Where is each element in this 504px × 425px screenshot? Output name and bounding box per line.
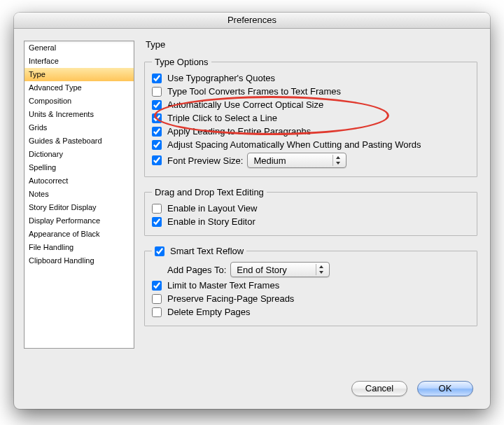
convert-frames-label: Type Tool Converts Frames to Text Frames	[167, 86, 341, 97]
limit-master-label: Limit to Master Text Frames	[167, 280, 279, 291]
layout-view-row[interactable]: Enable in Layout View	[152, 202, 470, 215]
type-panel: Type Type Options Use Typographer's Quot…	[144, 36, 477, 367]
sidebar-item-notes[interactable]: Notes	[24, 188, 134, 201]
smart-reflow-enable-row[interactable]: Smart Text Reflow	[155, 246, 244, 256]
sidebar-item-grids[interactable]: Grids	[24, 121, 134, 134]
font-preview-select[interactable]: Medium	[247, 153, 346, 168]
add-pages-value: End of Story	[237, 265, 287, 275]
sidebar-item-advanced-type[interactable]: Advanced Type	[24, 81, 134, 95]
font-preview-label: Font Preview Size:	[167, 155, 243, 166]
add-pages-row: Add Pages To: End of Story	[152, 260, 470, 279]
story-editor-row[interactable]: Enable in Story Editor	[152, 215, 470, 228]
preferences-window: Preferences GeneralInterfaceTypeAdvanced…	[14, 13, 490, 409]
auto-optical-size-label: Automatically Use Correct Optical Size	[167, 99, 323, 110]
sidebar-item-composition[interactable]: Composition	[24, 95, 134, 108]
typographers-quotes-checkbox[interactable]	[152, 74, 162, 83]
typographers-quotes-label: Use Typographer's Quotes	[167, 73, 275, 83]
preserve-spreads-row[interactable]: Preserve Facing-Page Spreads	[152, 292, 470, 305]
convert-frames-checkbox[interactable]	[152, 87, 162, 97]
drag-drop-group: Drag and Drop Text Editing Enable in Lay…	[144, 187, 477, 236]
adjust-spacing-label: Adjust Spacing Automatically When Cuttin…	[167, 139, 421, 150]
smart-reflow-label: Smart Text Reflow	[170, 246, 244, 256]
window-title: Preferences	[14, 13, 490, 29]
limit-master-row[interactable]: Limit to Master Text Frames	[152, 279, 470, 292]
smart-reflow-group: Smart Text Reflow Add Pages To: End of S…	[144, 246, 477, 326]
leading-paragraphs-row[interactable]: Apply Leading to Entire Paragraphs	[152, 125, 470, 138]
sidebar-item-autocorrect[interactable]: Autocorrect	[24, 174, 134, 188]
layout-view-checkbox[interactable]	[152, 204, 162, 214]
sidebar-item-spelling[interactable]: Spelling	[24, 161, 134, 174]
drag-drop-legend: Drag and Drop Text Editing	[152, 187, 267, 197]
ok-button[interactable]: OK	[417, 381, 473, 396]
sidebar-item-general[interactable]: General	[24, 41, 134, 55]
story-editor-checkbox[interactable]	[152, 217, 162, 227]
preserve-spreads-checkbox[interactable]	[152, 294, 162, 304]
window-content: GeneralInterfaceTypeAdvanced TypeComposi…	[14, 28, 490, 409]
sidebar-item-file-handling[interactable]: File Handling	[24, 241, 134, 254]
smart-reflow-legend: Smart Text Reflow	[152, 246, 246, 256]
triple-click-row[interactable]: Triple Click to Select a Line	[152, 111, 470, 125]
triple-click-checkbox[interactable]	[152, 113, 162, 123]
add-pages-select[interactable]: End of Story	[230, 262, 330, 277]
limit-master-checkbox[interactable]	[152, 281, 162, 291]
font-preview-value: Medium	[253, 155, 286, 166]
delete-empty-label: Delete Empty Pages	[167, 307, 251, 317]
adjust-spacing-row[interactable]: Adjust Spacing Automatically When Cuttin…	[152, 138, 470, 151]
font-preview-row: Font Preview Size: Medium	[152, 151, 470, 169]
sidebar-item-appearance-of-black[interactable]: Appearance of Black	[24, 228, 134, 241]
sidebar-item-interface[interactable]: Interface	[24, 55, 134, 68]
sidebar-item-units-increments[interactable]: Units & Increments	[24, 108, 134, 121]
font-preview-checkbox[interactable]	[152, 155, 162, 165]
type-options-group: Type Options Use Typographer's Quotes Ty…	[144, 57, 477, 177]
layout-view-label: Enable in Layout View	[167, 203, 257, 214]
select-arrows-icon	[316, 264, 326, 275]
convert-frames-row[interactable]: Type Tool Converts Frames to Text Frames	[152, 85, 470, 98]
dialog-buttons: Cancel OK	[351, 381, 473, 396]
sidebar-item-clipboard-handling[interactable]: Clipboard Handling	[24, 254, 134, 267]
select-arrows-icon	[332, 155, 343, 166]
adjust-spacing-checkbox[interactable]	[152, 140, 162, 150]
type-options-legend: Type Options	[152, 57, 211, 67]
smart-reflow-checkbox[interactable]	[155, 246, 164, 256]
sidebar-item-dictionary[interactable]: Dictionary	[24, 148, 134, 161]
sidebar-item-display-performance[interactable]: Display Performance	[24, 214, 134, 228]
leading-paragraphs-checkbox[interactable]	[152, 127, 162, 137]
story-editor-label: Enable in Story Editor	[167, 216, 255, 227]
category-sidebar[interactable]: GeneralInterfaceTypeAdvanced TypeComposi…	[24, 41, 134, 349]
panel-heading: Type	[144, 36, 477, 57]
leading-paragraphs-label: Apply Leading to Entire Paragraphs	[167, 126, 311, 137]
auto-optical-size-checkbox[interactable]	[152, 100, 162, 110]
preserve-spreads-label: Preserve Facing-Page Spreads	[167, 293, 294, 304]
delete-empty-checkbox[interactable]	[152, 307, 162, 317]
delete-empty-row[interactable]: Delete Empty Pages	[152, 305, 470, 319]
sidebar-item-type[interactable]: Type	[24, 68, 134, 81]
cancel-button[interactable]: Cancel	[351, 381, 407, 396]
sidebar-item-story-editor-display[interactable]: Story Editor Display	[24, 201, 134, 214]
sidebar-item-guides-pasteboard[interactable]: Guides & Pasteboard	[24, 134, 134, 148]
auto-optical-size-row[interactable]: Automatically Use Correct Optical Size	[152, 98, 470, 111]
triple-click-label: Triple Click to Select a Line	[167, 113, 277, 123]
typographers-quotes-row[interactable]: Use Typographer's Quotes	[152, 71, 470, 85]
add-pages-label: Add Pages To:	[167, 265, 226, 275]
